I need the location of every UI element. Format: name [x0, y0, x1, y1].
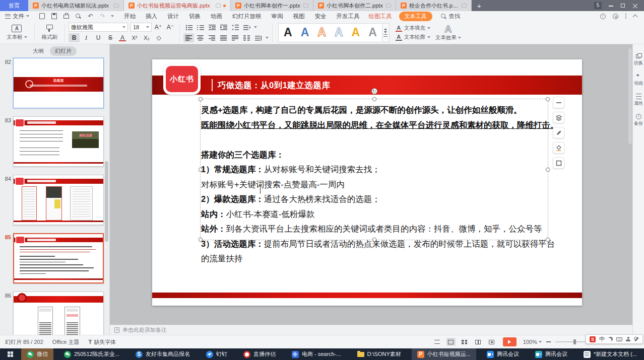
more-options-icon[interactable]	[625, 16, 626, 17]
taskbar-item[interactable]: 钉钉	[201, 348, 233, 360]
taskbar-item[interactable]: D:\SONY素材	[352, 348, 407, 360]
wordart-style-white-outline[interactable]: A	[335, 27, 343, 38]
resize-handle-top-center[interactable]	[372, 97, 376, 101]
zoom-level-dropdown[interactable]: 100%	[523, 339, 542, 345]
slide-canvas[interactable]: 巧做选题：从0到1建立选题库 小红书 灵感+选题库，构建了自己的专属后花园，是源…	[110, 44, 632, 325]
line-spacing-button[interactable]	[230, 23, 240, 32]
columns-button[interactable]	[241, 33, 252, 42]
text-outline-button[interactable]: A 文本轮廓	[396, 34, 430, 41]
ribbon-tab[interactable]: 开始	[119, 13, 141, 20]
collapse-ribbon-icon[interactable]	[633, 15, 638, 20]
decrease-font-button[interactable]: A⁻	[165, 23, 176, 32]
taskbar-item[interactable]: 腾讯会议	[530, 348, 573, 360]
align-center-button[interactable]	[195, 33, 206, 42]
history-icon[interactable]	[600, 14, 606, 19]
italic-button[interactable]: I	[81, 33, 92, 42]
session-count-badge[interactable]: 5	[594, 2, 602, 9]
backup-panel-button[interactable]: 备份	[634, 114, 643, 127]
ime-logo-icon[interactable]: S	[590, 336, 596, 342]
chevron-down-icon[interactable]	[266, 37, 269, 39]
draw-tools-tab[interactable]: 绘图工具	[365, 13, 396, 20]
text-direction-button[interactable]	[241, 23, 252, 32]
ribbon-tab[interactable]: 审阅	[267, 13, 288, 20]
gear-icon[interactable]	[613, 14, 618, 19]
slideshow-play-button[interactable]	[503, 337, 517, 346]
xiaohongshu-logo-card[interactable]: 小红书	[163, 63, 201, 95]
open-icon[interactable]	[38, 13, 46, 20]
canvas-scrollbar[interactable]	[628, 48, 632, 144]
wordart-style-gold[interactable]: A	[352, 27, 360, 38]
start-button[interactable]	[0, 348, 21, 360]
distribute-button[interactable]	[230, 33, 240, 42]
chevron-down-icon[interactable]	[254, 26, 257, 28]
properties-panel-button[interactable]: 属性	[634, 94, 643, 107]
thumbnail-scrollbar[interactable]	[105, 161, 108, 242]
notes-bar[interactable]: 单击此处添加备注	[110, 325, 632, 335]
wordart-style-blue[interactable]: A	[301, 27, 309, 38]
wordart-gallery-scroll[interactable]	[382, 23, 390, 42]
strikethrough-button[interactable]: S	[105, 33, 116, 42]
slides-tab[interactable]: 幻灯片	[50, 46, 77, 56]
textbox-button[interactable]: A 文本框	[3, 25, 31, 41]
normal-view-button[interactable]	[446, 338, 456, 346]
taskbar-item[interactable]: 腾讯会议	[481, 348, 525, 360]
file-tab[interactable]: 校企合作小红书.pptx	[396, 0, 472, 11]
undo-icon[interactable]: ↶	[87, 13, 94, 20]
slide-title[interactable]: 巧做选题：从0到1建立选题库	[218, 76, 330, 95]
ribbon-tab[interactable]: 切换	[184, 13, 206, 20]
layers-button[interactable]	[553, 112, 564, 123]
ribbon-tab[interactable]: 安全	[310, 13, 332, 20]
customize-toolbar-icon[interactable]	[111, 15, 114, 17]
ribbon-tab[interactable]: 幻灯片放映	[227, 13, 267, 20]
slide-title-banner[interactable]: 巧做选题：从0到1建立选题库	[152, 76, 582, 95]
file-tab[interactable]: 小红书短视频运营电商版.pptx	[124, 0, 231, 11]
wordart-style-orange-outline[interactable]: A	[317, 27, 326, 38]
wordart-style-gray[interactable]: A	[368, 27, 377, 38]
taskbar-item[interactable]: 250512陈氏茶业...	[58, 348, 125, 360]
taskbar-item[interactable]: 微信	[21, 348, 53, 360]
slide-editing-area[interactable]: 巧做选题：从0到1建立选题库 小红书 灵感+选题库，构建了自己的专属后花园，是源…	[152, 59, 582, 306]
file-menu-button[interactable]: 文件	[0, 13, 33, 20]
moon-icon[interactable]	[608, 337, 613, 341]
underline-button[interactable]: U	[93, 33, 104, 42]
home-button[interactable]: 首页	[0, 0, 28, 11]
edit-pencil-button[interactable]	[553, 127, 564, 138]
clear-format-button[interactable]: ◇	[153, 33, 164, 42]
font-size-select[interactable]: 18	[131, 23, 152, 32]
frame-outline-button[interactable]	[553, 157, 564, 169]
presenter-view-button[interactable]	[487, 338, 496, 346]
slide-position-indicator[interactable]: 幻灯片 85 / 202	[5, 338, 43, 346]
justify-button[interactable]	[218, 33, 229, 42]
increase-indent-button[interactable]	[218, 23, 229, 32]
ribbon-tab[interactable]: 设计	[162, 13, 184, 20]
format-painter-button[interactable]: 格式刷	[38, 24, 61, 41]
keyboard-icon[interactable]	[616, 337, 622, 341]
redo-icon[interactable]: ↷	[99, 13, 106, 20]
outline-tab[interactable]: 大纲	[33, 47, 44, 55]
taskbar-item[interactable]: 小红书短视频运...	[412, 348, 476, 360]
text-fill-button[interactable]: A 文本填充	[396, 25, 430, 32]
new-tab-button[interactable]: +	[472, 0, 487, 11]
collapse-toolbar-button[interactable]	[553, 97, 564, 108]
superscript-button[interactable]: X²	[129, 33, 140, 42]
text-tools-tab[interactable]: 文本工具	[399, 12, 432, 21]
align-left-button[interactable]	[183, 33, 194, 42]
font-color-button[interactable]: A	[117, 33, 128, 42]
ribbon-tab[interactable]: 动画	[206, 13, 227, 20]
close-icon[interactable]	[632, 3, 638, 9]
wordart-style-black[interactable]: A	[284, 27, 292, 38]
animation-panel-button[interactable]: 动画	[634, 74, 643, 87]
bullet-list-button[interactable]	[183, 23, 194, 32]
print-icon[interactable]	[62, 13, 70, 20]
paragraph-settings-button[interactable]	[253, 33, 264, 42]
slide-body-textbox[interactable]: 灵感+选题库，构建了自己的专属后花园，是源源不断的创作源头，让创作如丝般顺滑。既…	[201, 103, 560, 266]
font-name-select[interactable]: 微软雅黑	[69, 23, 128, 32]
minimize-icon[interactable]	[608, 3, 614, 9]
text-effects-button[interactable]: A 文本效果	[435, 24, 461, 41]
file-tab[interactable]: 小红书电商店铺新玩法.pptx	[28, 0, 124, 11]
account-icon[interactable]	[626, 337, 630, 341]
ribbon-tab[interactable]: 开发工具	[332, 13, 365, 20]
ribbon-tab[interactable]: 视图	[288, 13, 310, 20]
resize-handle-top-right[interactable]	[546, 97, 550, 101]
fill-color-button[interactable]	[553, 142, 564, 154]
